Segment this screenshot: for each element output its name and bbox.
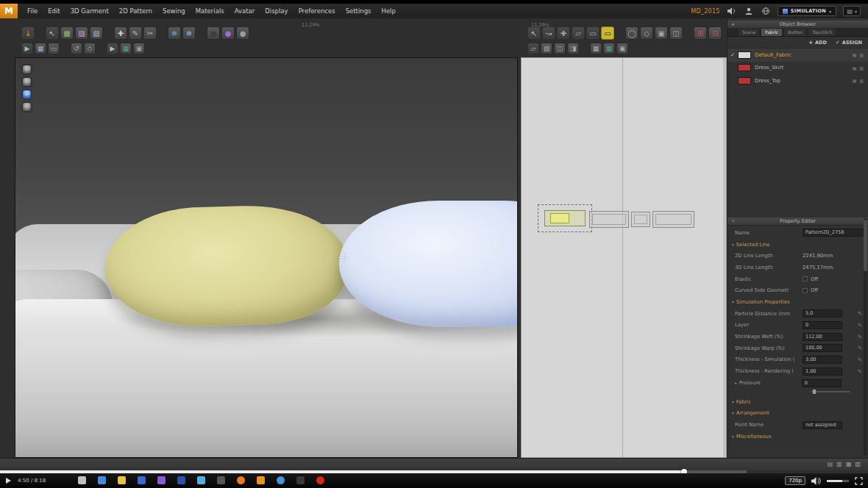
taskbar-app-icon[interactable] — [157, 476, 166, 484]
taskbar-app-icon[interactable] — [277, 476, 285, 484]
red-notch-icon[interactable]: ⊞ — [694, 26, 707, 40]
tab-topstitch[interactable]: Topstitch — [808, 28, 836, 36]
layout-single-icon[interactable]: ▤ — [828, 461, 833, 468]
pattern-piece[interactable] — [652, 211, 694, 228]
edit-curve-icon[interactable]: ↝ — [542, 26, 555, 40]
value-input[interactable]: 3,00 — [803, 356, 842, 364]
layout-preset-dropdown[interactable]: ▤ ▾ — [843, 6, 861, 16]
menu-3d-garment[interactable]: 3D Garment — [65, 4, 114, 18]
tab-button[interactable]: Button — [783, 28, 807, 36]
checkbox[interactable] — [803, 276, 808, 281]
expand-icon[interactable]: ▸ — [735, 381, 737, 385]
taskbar-app-icon[interactable] — [217, 476, 225, 484]
menu-preferences[interactable]: Preferences — [294, 4, 341, 18]
play-button[interactable] — [0, 473, 16, 488]
edit-icon[interactable]: ✎ — [858, 356, 862, 363]
edit-icon[interactable]: ✎ — [858, 322, 862, 329]
menu-2d-pattern[interactable]: 2D Pattern — [114, 4, 157, 18]
property-editor-header[interactable]: + Property Editor — [728, 218, 868, 226]
avatar-preset-1-icon[interactable] — [22, 65, 32, 74]
show-garment-icon[interactable]: ▩ — [60, 26, 74, 40]
add-button[interactable]: +ADD — [808, 40, 827, 46]
split-view-icon[interactable]: ◫ — [669, 26, 683, 40]
window-icon[interactable]: ▣ — [133, 43, 145, 54]
scrollbar-thumb[interactable] — [864, 220, 867, 271]
teal-grid-icon[interactable]: ▦ — [120, 43, 132, 54]
taskbar-app-icon[interactable] — [177, 476, 185, 484]
freeze-icon[interactable]: ❄ — [182, 26, 196, 40]
pen-tool-icon[interactable]: ✎ — [129, 26, 142, 40]
avatar-preset-3-icon[interactable] — [22, 90, 32, 99]
property-section-simulation-properties[interactable]: ▾Simulation Properties — [728, 296, 868, 308]
active-rect-tool-icon[interactable]: ▭ — [601, 26, 614, 40]
rotate-icon[interactable]: ↺ — [71, 43, 82, 54]
taskbar-app-icon[interactable] — [98, 476, 106, 484]
dart-tool-icon[interactable]: ◇ — [640, 26, 653, 40]
avatar-preset-2-icon[interactable] — [22, 77, 32, 87]
taskbar-app-icon[interactable] — [197, 476, 205, 484]
menu-sewing[interactable]: Sewing — [157, 4, 191, 18]
show-seams-icon[interactable]: ▧ — [90, 26, 103, 40]
window2-icon[interactable]: ▣ — [616, 43, 628, 54]
fabric-properties-icon[interactable]: ▤ — [853, 78, 857, 83]
fabric-properties-icon[interactable]: ▤ — [853, 52, 857, 57]
edit-pattern-icon[interactable]: ↖ — [527, 26, 541, 40]
pattern-piece[interactable] — [589, 211, 629, 228]
menu-avatar[interactable]: Avatar — [230, 4, 260, 18]
taskbar-app-icon[interactable] — [118, 476, 126, 484]
property-section-fabric[interactable]: ▾Fabric — [728, 396, 868, 408]
edit-icon[interactable]: ✎ — [858, 310, 862, 317]
fold-icon[interactable]: ◨ — [567, 43, 579, 54]
rect-tool-icon[interactable]: ▭ — [586, 26, 600, 40]
tab-fabric[interactable]: Fabric — [761, 28, 783, 36]
fabric-properties-icon[interactable]: ▤ — [853, 65, 857, 71]
show-pattern-icon[interactable]: ▨ — [75, 26, 88, 40]
user-icon[interactable] — [744, 6, 754, 16]
fabric-visibility-icon[interactable]: ▥ — [859, 78, 864, 83]
value-input[interactable]: 1,00 — [803, 367, 842, 376]
value-input[interactable]: not assigned — [803, 421, 842, 429]
menu-help[interactable]: Help — [377, 4, 401, 18]
taskbar-app-icon[interactable] — [296, 476, 305, 484]
volume-slider[interactable] — [827, 480, 849, 482]
purple-sphere-icon[interactable]: ● — [221, 26, 235, 40]
fabric-visibility-icon[interactable]: ▥ — [859, 65, 864, 71]
value-input[interactable]: Pattern2D_2758 — [803, 229, 864, 237]
move-tool-icon[interactable]: ✚ — [114, 26, 127, 40]
inner-rect-icon[interactable]: ▣ — [655, 26, 668, 40]
app-logo[interactable]: M — [0, 4, 18, 18]
polygon-tool-icon[interactable]: ▱ — [572, 26, 585, 40]
assign-button[interactable]: ✓ASSIGN — [836, 40, 862, 46]
property-editor-scrollbar[interactable] — [864, 218, 867, 456]
tab-scene[interactable]: Scene — [738, 28, 760, 36]
add-point-icon[interactable]: ✚ — [557, 26, 570, 40]
grid2-icon[interactable]: ▦ — [590, 43, 602, 54]
pin-icon[interactable]: ❄ — [168, 26, 181, 40]
simulation-mode-dropdown[interactable]: SIMULATION ▾ — [778, 6, 837, 16]
dot-icon[interactable]: ◇ — [84, 43, 96, 54]
grid-view-icon[interactable]: ▦ — [35, 43, 46, 54]
property-section-miscellaneous[interactable]: ▾Miscellaneous — [728, 431, 868, 442]
fabric-row-dress-skirt[interactable]: Dress_Skirt▤▥ — [728, 62, 868, 75]
edit-icon[interactable]: ✎ — [858, 368, 862, 375]
menu-file[interactable]: File — [22, 4, 43, 18]
dark-sphere-icon[interactable]: ● — [207, 26, 220, 40]
slider-thumb[interactable] — [813, 390, 816, 394]
volume-icon[interactable] — [811, 477, 821, 485]
layout-quad-icon[interactable]: ▦ — [846, 461, 852, 468]
menu-display[interactable]: Display — [260, 4, 293, 18]
viewport-2d-pattern[interactable] — [521, 57, 727, 458]
select-arrow-icon[interactable]: ↖ — [46, 26, 59, 40]
taskbar-app-icon[interactable] — [257, 476, 265, 484]
value-input[interactable]: 100,00 — [803, 344, 842, 352]
menu-edit[interactable]: Edit — [43, 4, 65, 18]
edit-icon[interactable]: ✎ — [858, 345, 862, 351]
taskbar-app-icon[interactable] — [237, 476, 245, 484]
property-section-arrangement[interactable]: ▾Arrangement — [728, 408, 868, 420]
property-section-selected-line[interactable]: ▾Selected Line — [728, 239, 868, 251]
checkbox[interactable] — [803, 288, 808, 293]
quality-button[interactable]: 720p — [785, 476, 805, 485]
menu-settings[interactable]: Settings — [341, 4, 377, 18]
speaker-icon[interactable] — [727, 6, 737, 16]
taskbar-app-icon[interactable] — [138, 476, 146, 484]
